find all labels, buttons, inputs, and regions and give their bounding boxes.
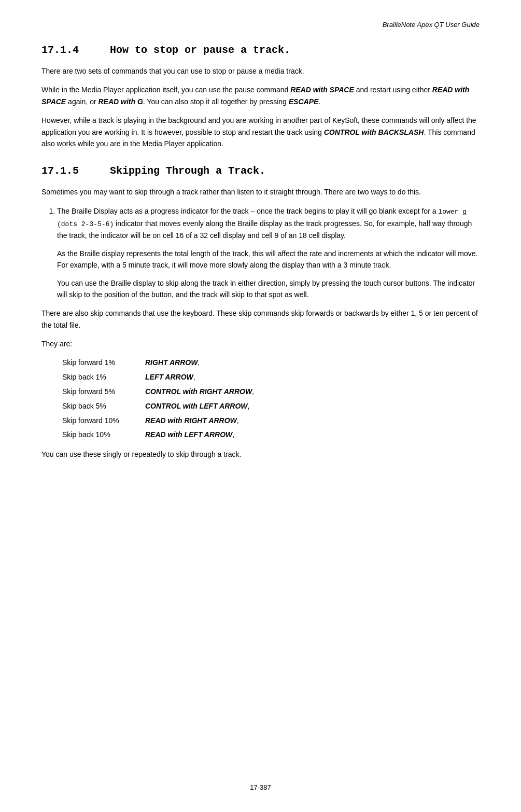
- skip-command-5: READ with LEFT ARROW: [145, 429, 232, 441]
- after-list-text: There are also skip commands that use th…: [41, 307, 480, 331]
- section-17-1-5-number: 17.1.5: [41, 165, 79, 177]
- page-footer: 17-387: [0, 783, 521, 791]
- command-read-space-1: READ with SPACE: [290, 86, 354, 94]
- list-item-1-main: The Braille Display acts as a progress i…: [57, 207, 472, 240]
- page-number: 17-387: [250, 783, 271, 791]
- section-17-1-5-title: Skipping Through a Track.: [110, 165, 265, 177]
- skip-label-0: Skip forward 1%: [62, 357, 145, 369]
- skip-suffix-1: ,: [193, 371, 195, 384]
- skip-label-3: Skip back 5%: [62, 400, 145, 413]
- skip-command-3: CONTROL with LEFT ARROW: [145, 400, 248, 413]
- section-17-1-5-list: The Braille Display acts as a progress i…: [57, 205, 480, 301]
- skip-row-4: Skip forward 10% READ with RIGHT ARROW,: [62, 415, 480, 427]
- page-header: BrailleNote Apex QT User Guide: [41, 21, 480, 29]
- skip-label-4: Skip forward 10%: [62, 415, 145, 427]
- skip-row-1: Skip back 1% LEFT ARROW,: [62, 371, 480, 384]
- section-17-1-4-para3: However, while a track is playing in the…: [41, 115, 480, 149]
- skip-row-0: Skip forward 1% RIGHT ARROW,: [62, 357, 480, 369]
- command-read-g: READ with G: [98, 97, 143, 106]
- skip-label-1: Skip back 1%: [62, 371, 145, 384]
- skip-row-2: Skip forward 5% CONTROL with RIGHT ARROW…: [62, 386, 480, 398]
- skip-row-5: Skip back 10% READ with LEFT ARROW,: [62, 429, 480, 441]
- section-17-1-4-para1: There are two sets of commands that you …: [41, 65, 480, 77]
- list-item-1-content: The Braille Display acts as a progress i…: [57, 205, 480, 301]
- section-17-1-4-number: 17.1.4: [41, 44, 79, 56]
- skip-label-2: Skip forward 5%: [62, 386, 145, 398]
- section-17-1-4: 17.1.4 How to stop or pause a track. The…: [41, 44, 480, 149]
- skip-command-0: RIGHT ARROW: [145, 357, 198, 369]
- command-control-backslash: CONTROL with BACKSLASH: [324, 128, 424, 136]
- skip-suffix-5: ,: [232, 429, 234, 441]
- skip-command-1: LEFT ARROW: [145, 371, 193, 384]
- section-17-1-4-heading: 17.1.4 How to stop or pause a track.: [41, 44, 480, 56]
- skip-command-4: READ with RIGHT ARROW: [145, 415, 237, 427]
- section-17-1-5-intro: Sometimes you may want to skip through a…: [41, 186, 480, 198]
- skip-suffix-0: ,: [198, 357, 200, 369]
- skip-suffix-4: ,: [237, 415, 239, 427]
- braille-code: lower g (dots 2-3-5-6): [57, 208, 467, 228]
- closing-text: You can use these singly or repeatedly t…: [41, 449, 480, 460]
- list-item-1: The Braille Display acts as a progress i…: [57, 205, 480, 301]
- list-item-1-sub1: As the Braille display represents the to…: [57, 248, 480, 271]
- section-17-1-4-title: How to stop or pause a track.: [110, 44, 290, 56]
- section-17-1-5: 17.1.5 Skipping Through a Track. Sometim…: [41, 165, 480, 460]
- header-title: BrailleNote Apex QT User Guide: [383, 21, 480, 29]
- they-are-text: They are:: [41, 338, 480, 349]
- skip-commands-table: Skip forward 1% RIGHT ARROW, Skip back 1…: [62, 357, 480, 441]
- list-item-1-sub2: You can use the Braille display to skip …: [57, 277, 480, 301]
- section-17-1-4-para2: While in the Media Player application it…: [41, 84, 480, 107]
- skip-row-3: Skip back 5% CONTROL with LEFT ARROW,: [62, 400, 480, 413]
- skip-suffix-3: ,: [248, 400, 250, 413]
- skip-command-2: CONTROL with RIGHT ARROW: [145, 386, 252, 398]
- page: BrailleNote Apex QT User Guide 17.1.4 Ho…: [0, 0, 521, 812]
- skip-suffix-2: ,: [252, 386, 254, 398]
- section-17-1-5-heading: 17.1.5 Skipping Through a Track.: [41, 165, 480, 177]
- command-escape: ESCAPE: [289, 97, 319, 106]
- skip-label-5: Skip back 10%: [62, 429, 145, 441]
